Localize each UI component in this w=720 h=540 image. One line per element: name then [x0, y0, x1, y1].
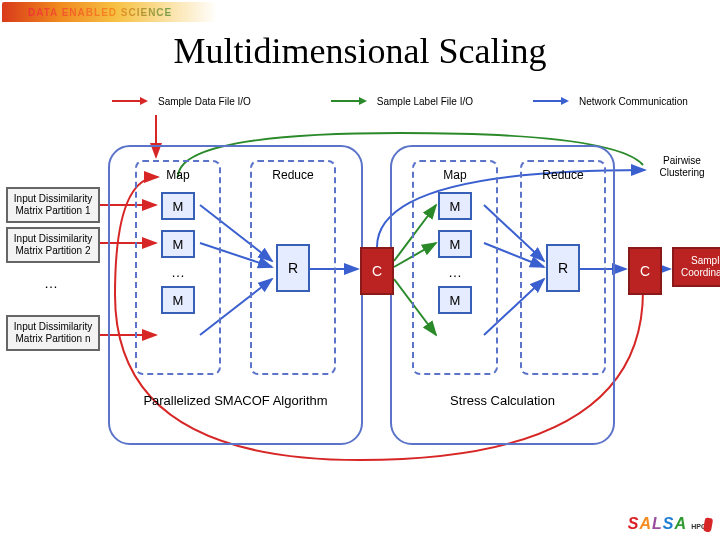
input-partition-n: Input Dissimilarity Matrix Partition n — [6, 315, 100, 351]
m-node: M — [161, 192, 195, 220]
legend-label-red: Sample Data File I/O — [158, 96, 251, 107]
sample-coordinates-box: Sample Coordinates — [672, 247, 720, 287]
r-node: R — [276, 244, 310, 292]
map-column-1: Map M M … M — [135, 160, 221, 375]
m-ellipsis: … — [171, 264, 185, 280]
map-column-2: Map M M … M — [412, 160, 498, 375]
m-node: M — [438, 192, 472, 220]
map2-title: Map — [443, 168, 466, 182]
m-node: M — [161, 230, 195, 258]
legend-arrow-red — [112, 97, 148, 105]
chili-icon — [703, 517, 713, 532]
legend: Sample Data File I/O Sample Label File I… — [112, 92, 700, 110]
legend-arrow-blue — [533, 97, 569, 105]
m-ellipsis: … — [448, 264, 462, 280]
reduce-column-1: Reduce R — [250, 160, 336, 375]
m-node: M — [438, 286, 472, 314]
legend-label-blue: Network Communication — [579, 96, 688, 107]
legend-label-green: Sample Label File I/O — [377, 96, 473, 107]
brand-text: DATA ENABLED SCIENCE — [28, 7, 172, 18]
pairwise-clustering-label: Pairwise Clustering — [648, 155, 716, 179]
input-ellipsis: … — [6, 275, 96, 292]
c-node-1: C — [360, 247, 394, 295]
m-node: M — [161, 286, 195, 314]
reduce-column-2: Reduce R — [520, 160, 606, 375]
reduce1-title: Reduce — [272, 168, 313, 182]
stress-label: Stress Calculation — [390, 393, 615, 408]
salsa-logo: SALSA — [628, 516, 686, 532]
map1-title: Map — [166, 168, 189, 182]
legend-arrow-green — [331, 97, 367, 105]
smacof-label: Parallelized SMACOF Algorithm — [108, 393, 363, 408]
diagram: Input Dissimilarity Matrix Partition 1 I… — [0, 115, 720, 485]
top-banner: DATA ENABLED SCIENCE — [2, 2, 718, 22]
c-node-2: C — [628, 247, 662, 295]
m-node: M — [438, 230, 472, 258]
reduce2-title: Reduce — [542, 168, 583, 182]
r-node: R — [546, 244, 580, 292]
page-title: Multidimensional Scaling — [0, 30, 720, 72]
input-partition-1: Input Dissimilarity Matrix Partition 1 — [6, 187, 100, 223]
input-partition-2: Input Dissimilarity Matrix Partition 2 — [6, 227, 100, 263]
